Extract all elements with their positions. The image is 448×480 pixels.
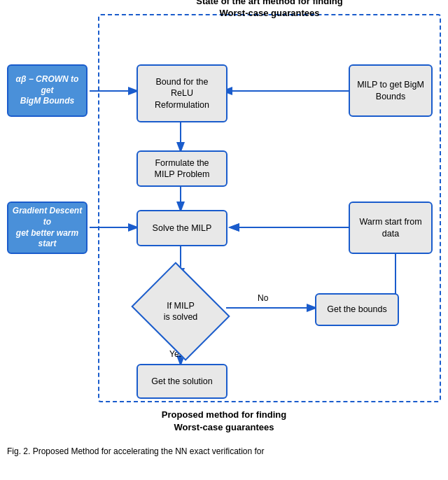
dashed-box-title: State of the art method for finding Wors… <box>99 0 440 20</box>
diagram: State of the art method for finding Wors… <box>7 7 441 441</box>
figure-caption: Fig. 2. Proposed Method for accelerating… <box>7 441 441 458</box>
get-bounds-node: Get the bounds <box>315 293 399 326</box>
milp-bigm-node: MILP to get BigM Bounds <box>349 64 433 117</box>
formulate-milp-node: Formulate the MILP Problem <box>136 150 227 187</box>
proposed-label: Proposed method for finding Worst-case g… <box>7 409 441 434</box>
relu-bound-node: Bound for the ReLU Reformulation <box>136 64 227 122</box>
gradient-descent-node: Gradient Descent to get better warm star… <box>7 202 88 254</box>
get-solution-node: Get the solution <box>136 364 227 399</box>
warm-start-node: Warm start from data <box>349 202 433 254</box>
solve-milp-node: Solve the MILP <box>136 210 227 246</box>
diamond-node: If MILP is solved <box>139 276 223 346</box>
bigm-bounds-node: αβ − CROWN to get BigM Bounds <box>7 64 88 117</box>
